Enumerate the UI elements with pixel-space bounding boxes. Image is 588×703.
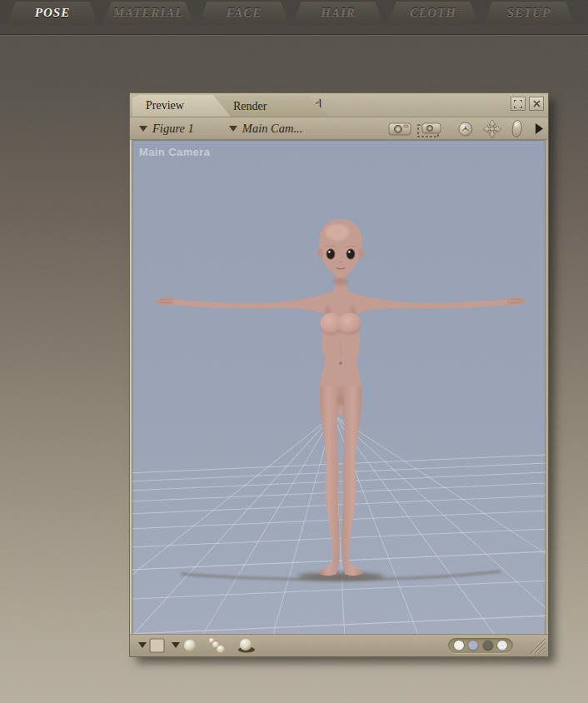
shadow-ball-icon[interactable]	[238, 639, 255, 653]
tab-face[interactable]: FACE	[199, 2, 289, 23]
camera-dropdown[interactable]: Main Cam...	[229, 122, 303, 136]
footer-icons	[135, 636, 293, 656]
foreground-color-swatch[interactable]	[468, 641, 478, 651]
tab-setup-label: SETUP	[507, 6, 551, 20]
figure-shadow	[181, 571, 501, 581]
figure-dropdown[interactable]: Figure 1	[139, 122, 194, 136]
close-button[interactable]	[529, 97, 544, 111]
figure-dropdown-label: Figure 1	[152, 122, 194, 136]
navel	[339, 361, 341, 364]
tabbar-ridge	[0, 34, 588, 36]
ground-grid	[132, 399, 546, 635]
display-color-swatches	[448, 638, 513, 653]
dropdown-triangle-icon	[139, 126, 147, 132]
camera-controls-icons	[388, 118, 545, 138]
left-leg	[318, 386, 341, 577]
push-pull-hand-icon[interactable]	[512, 121, 521, 137]
maximize-button[interactable]	[511, 97, 526, 111]
camera-name-label: Main Camera	[139, 146, 210, 158]
scene-canvas	[132, 140, 546, 635]
figure-model[interactable]	[155, 219, 526, 577]
tab-hair[interactable]: HAIR	[293, 2, 383, 23]
document-window: Render Preview Untitled Figure 1 Main Ca…	[130, 93, 548, 656]
tab-cloth-label: CLOTH	[410, 6, 456, 20]
preview-viewport[interactable]: Main Camera	[132, 140, 546, 635]
trackball-icon[interactable]	[459, 122, 472, 136]
display-style-menu-icon[interactable]	[172, 640, 196, 651]
tracking-mode-menu-icon[interactable]	[138, 639, 164, 652]
tabbar-lower-strip	[0, 25, 588, 34]
tab-pose-label: POSE	[35, 6, 70, 20]
ground-color-swatch[interactable]	[497, 641, 507, 651]
dropdown-triangle-icon	[229, 126, 237, 132]
camera-toolbar: Figure 1 Main Cam...	[130, 117, 548, 140]
document-footer	[130, 634, 548, 656]
more-arrow-icon[interactable]	[536, 123, 543, 134]
window-buttons	[511, 97, 544, 111]
close-icon	[533, 100, 541, 107]
figure-head	[317, 219, 364, 277]
tab-setup[interactable]: SETUP	[484, 2, 574, 23]
tab-material-label: MATERIAL	[113, 6, 184, 20]
select-camera-icon[interactable]	[418, 123, 441, 137]
tab-material[interactable]: MATERIAL	[103, 2, 193, 23]
tab-preview-label: Preview	[146, 99, 184, 112]
tab-pose[interactable]: POSE	[7, 2, 97, 23]
resize-grip[interactable]	[526, 639, 546, 654]
tab-cloth[interactable]: CLOTH	[388, 2, 478, 23]
background-color-swatch[interactable]	[454, 641, 464, 651]
camera-controls	[388, 118, 545, 138]
multi-ball-style-icon[interactable]	[209, 638, 225, 653]
neck-shadow	[333, 278, 348, 286]
camera-icon[interactable]	[389, 123, 411, 135]
camera-dropdown-label: Main Cam...	[242, 122, 303, 136]
figure-chest	[339, 313, 361, 334]
tab-hair-label: HAIR	[321, 6, 356, 20]
tab-face-label: FACE	[227, 6, 262, 20]
tab-render-label: Render	[233, 100, 267, 113]
document-titlebar[interactable]: Render Preview Untitled	[130, 93, 548, 117]
shadow-color-swatch[interactable]	[483, 641, 493, 651]
move-translate-icon[interactable]	[483, 120, 501, 138]
left-arm	[155, 293, 329, 316]
maximize-icon	[514, 100, 522, 108]
